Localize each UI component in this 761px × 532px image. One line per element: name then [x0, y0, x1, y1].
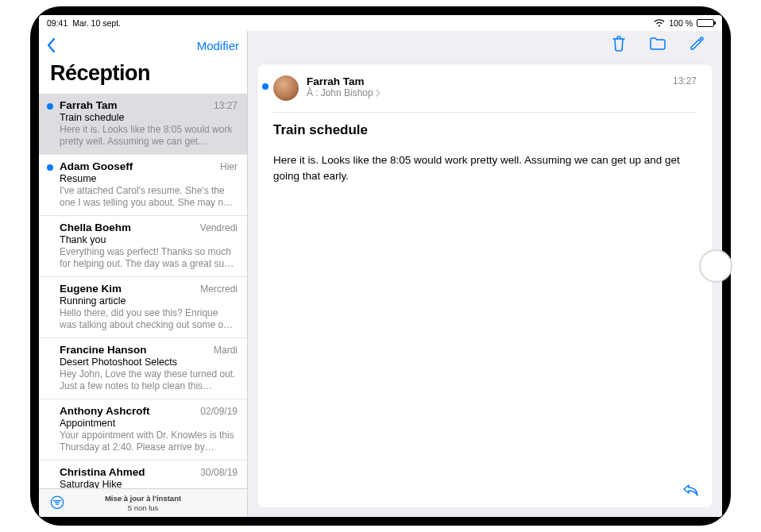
back-button[interactable] [42, 34, 61, 56]
message-item[interactable]: Christina Ahmed30/08/19Saturday HikeHell… [39, 461, 247, 488]
compose-button[interactable] [689, 36, 705, 55]
mail-time: 13:27 [673, 75, 697, 87]
status-bar: 09:41 Mar. 10 sept. 100 % [39, 15, 722, 31]
delete-button[interactable] [611, 35, 627, 56]
message-preview: Here it is. Looks like the 8:05 would wo… [60, 124, 238, 148]
message-preview: Hello there, did you see this? Enrique w… [60, 307, 238, 331]
battery-icon [697, 19, 714, 27]
wifi-icon [654, 19, 665, 27]
ipad-frame: 09:41 Mar. 10 sept. 100 % M [30, 6, 731, 526]
sidebar: Modifier Réception Farrah Tam13:27Train … [39, 31, 248, 517]
home-button[interactable] [699, 249, 732, 283]
status-time: 09:41 [47, 18, 68, 28]
divider [273, 112, 697, 113]
mail-card: Farrah Tam À : John Bishop 13:27 [257, 64, 713, 507]
message-date: 30/08/19 [200, 467, 238, 478]
sidebar-toolbar: Modifier [39, 31, 247, 60]
sidebar-footer: Mise à jour à l'instant 5 non lus [39, 488, 247, 517]
mail-to-row[interactable]: À : John Bishop [307, 87, 665, 98]
message-item[interactable]: Eugene KimMercrediRunning articleHello t… [39, 277, 247, 338]
message-sender: Chella Boehm [60, 222, 131, 233]
reader-pane: Farrah Tam À : John Bishop 13:27 [248, 31, 722, 517]
mailbox-title: Réception [39, 60, 247, 94]
message-preview: Hey John, Love the way these turned out.… [60, 368, 238, 392]
message-subject: Appointment [60, 418, 238, 429]
mail-sender[interactable]: Farrah Tam [307, 75, 665, 87]
reader-toolbar [248, 31, 722, 60]
message-sender: Christina Ahmed [60, 466, 145, 478]
message-item[interactable]: Farrah Tam13:27Train scheduleHere it is.… [39, 94, 247, 155]
message-preview: I've attached Carol's resume. She's the … [60, 185, 238, 209]
message-date: Mercredi [200, 283, 238, 295]
message-subject: Running article [60, 295, 238, 306]
unread-dot-icon [262, 83, 268, 90]
edit-button[interactable]: Modifier [197, 39, 239, 52]
message-date: Mardi [214, 345, 238, 356]
mail-body: Here it is. Looks like the 8:05 would wo… [273, 152, 697, 183]
reply-button[interactable] [682, 482, 700, 499]
message-subject: Saturday Hike [60, 479, 238, 488]
message-subject: Resume [60, 173, 238, 184]
status-date: Mar. 10 sept. [72, 18, 121, 28]
chevron-right-icon [376, 89, 381, 97]
message-date: 13:27 [214, 100, 238, 111]
mail-subject: Train schedule [273, 122, 697, 138]
message-item[interactable]: Francine HansonMardiDesert Photoshoot Se… [39, 338, 247, 399]
message-preview: Your appointment with Dr. Knowles is thi… [60, 430, 238, 453]
footer-unread-count: 5 non lus [128, 503, 159, 512]
move-button[interactable] [649, 37, 666, 54]
footer-status: Mise à jour à l'instant [105, 494, 181, 503]
to-name: John Bishop [321, 87, 373, 98]
unread-dot-icon [47, 164, 53, 171]
message-date: 02/09/19 [200, 406, 238, 417]
battery-percent: 100 % [669, 18, 693, 28]
message-sender: Francine Hanson [60, 344, 147, 356]
message-subject: Train schedule [60, 112, 238, 123]
filter-button[interactable] [50, 495, 64, 511]
message-sender: Farrah Tam [60, 99, 118, 111]
to-label: À : [307, 87, 319, 98]
screen: 09:41 Mar. 10 sept. 100 % M [39, 15, 722, 517]
message-date: Hier [220, 161, 238, 172]
message-preview: Everything was perfect! Thanks so much f… [60, 246, 238, 270]
message-list[interactable]: Farrah Tam13:27Train scheduleHere it is.… [39, 94, 247, 488]
message-item[interactable]: Anthony Ashcroft02/09/19AppointmentYour … [39, 399, 247, 461]
unread-dot-icon [47, 103, 53, 110]
message-subject: Thank you [60, 234, 238, 245]
message-sender: Anthony Ashcroft [60, 405, 150, 417]
message-date: Vendredi [200, 222, 238, 233]
avatar[interactable] [273, 75, 299, 101]
message-sender: Eugene Kim [60, 283, 122, 295]
message-sender: Adam Gooseff [60, 160, 133, 172]
message-item[interactable]: Chella BoehmVendrediThank youEverything … [39, 216, 247, 277]
message-subject: Desert Photoshoot Selects [60, 357, 238, 368]
mail-header: Farrah Tam À : John Bishop 13:27 [273, 75, 697, 101]
message-item[interactable]: Adam GooseffHierResumeI've attached Caro… [39, 155, 247, 216]
